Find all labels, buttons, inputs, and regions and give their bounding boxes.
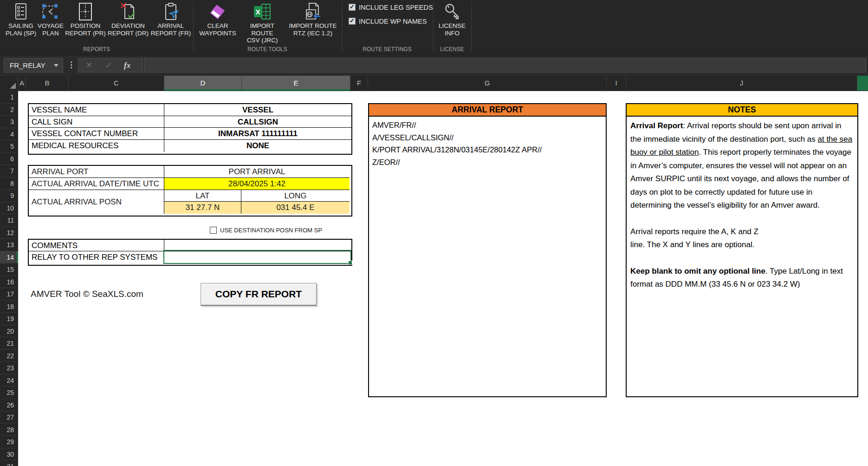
row-header-24[interactable]: 24 [0, 374, 18, 387]
voyage-plan-icon [40, 2, 61, 21]
sailing-plan-button[interactable]: SAILINGPLAN (SP) [5, 2, 37, 44]
notes-text: Arrival Report: Arrival reports should b… [627, 117, 857, 291]
arrival-port-label: ARRIVAL PORT [29, 166, 164, 178]
arrival-posn-label: ACTUAL ARRIVAL POSN [29, 190, 164, 214]
row-header-15[interactable]: 15 [0, 263, 18, 276]
credit-text: AMVER Tool © SeaXLS.com [31, 289, 143, 299]
clear-waypoints-icon [207, 2, 228, 21]
row-header-7[interactable]: 7 [0, 165, 18, 177]
button-label: IMPORT ROUTECSV (JRC) [239, 22, 286, 44]
row-header-27[interactable]: 27 [0, 411, 18, 424]
name-box[interactable]: FR_RELAY [4, 58, 63, 72]
row-header-18[interactable]: 18 [0, 301, 18, 313]
row-header-14[interactable]: 14 [0, 251, 18, 264]
arrival-report-button[interactable]: ARRIVALREPORT (FR) [149, 2, 192, 44]
fill-handle[interactable] [348, 261, 352, 265]
cancel-icon[interactable]: ✕ [86, 59, 92, 72]
column-header-strip: ABCDEFGIJ [0, 76, 868, 92]
formula-input[interactable] [144, 58, 866, 72]
long-header-cell: LONG [241, 190, 350, 202]
vessel-table-value-1[interactable]: CALLSIGN [164, 116, 351, 128]
row-header-1[interactable]: 1 [0, 91, 18, 104]
group-label-route-tools: ROUTE TOOLS [216, 46, 318, 53]
row-header-4[interactable]: 4 [0, 128, 18, 141]
enter-icon[interactable]: ✓ [105, 59, 112, 72]
import-route-csv-button[interactable]: X IMPORT ROUTECSV (JRC) [239, 2, 286, 44]
button-label: DEVIATIONREPORT (DR) [107, 22, 149, 37]
lat-header-cell: LAT [164, 190, 241, 202]
row-header-26[interactable]: 26 [0, 399, 18, 412]
button-label: SAILINGPLAN (SP) [5, 22, 37, 37]
row-header-6[interactable]: 6 [0, 153, 18, 165]
comments-label: COMMENTS [29, 240, 164, 251]
lat-value-cell[interactable]: 31 27.7 N [164, 202, 241, 214]
row-header-2[interactable]: 2 [0, 104, 18, 116]
arrival-report-icon [161, 2, 181, 21]
notes-paragraph-2: Arrival reports require the A, K and Zli… [630, 225, 854, 252]
arrival-report-panel: ARRIVAL REPORT AMVER/FR//A/VESSEL/CALLSI… [368, 103, 607, 397]
relay-label: RELAY TO OTHER REP SYSTEMS [29, 251, 164, 263]
deviation-report-button[interactable]: DEVIATIONREPORT (DR) [107, 2, 149, 44]
row-header-9[interactable]: 9 [0, 190, 18, 202]
row-header-30[interactable]: 30 [0, 448, 18, 461]
column-header-B[interactable]: B [26, 76, 69, 91]
row-header-31[interactable]: 31 [0, 460, 18, 466]
column-header-D[interactable]: D [164, 76, 242, 91]
row-header-22[interactable]: 22 [0, 350, 18, 362]
row-header-11[interactable]: 11 [0, 214, 18, 227]
row-header-17[interactable]: 17 [0, 288, 18, 301]
row-header-28[interactable]: 28 [0, 424, 18, 436]
row-header-20[interactable]: 20 [0, 325, 18, 338]
row-header-8[interactable]: 8 [0, 177, 18, 190]
voyage-plan-button[interactable]: VOYAGEPLAN [37, 2, 64, 44]
copy-fr-report-button[interactable]: COPY FR REPORT [201, 283, 317, 306]
row-header-23[interactable]: 23 [0, 362, 18, 374]
column-header-G[interactable]: G [368, 76, 607, 91]
long-value-cell[interactable]: 031 45.4 E [241, 202, 350, 214]
insert-function-icon[interactable]: fx [124, 59, 130, 72]
vessel-table-label-0: VESSEL NAME [29, 104, 164, 116]
ribbon-separator [193, 2, 194, 51]
row-header-10[interactable]: 10 [0, 202, 18, 215]
row-header-25[interactable]: 25 [0, 387, 18, 399]
use-destination-posn-checkbox[interactable]: USE DESTINATION POSN FROM SP [210, 226, 322, 235]
position-report-button[interactable]: POSITIONREPORT (PR) [64, 2, 107, 44]
include-wp-names-checkbox[interactable]: INCLUDE WP NAMES [349, 18, 427, 25]
column-header-F[interactable]: F [350, 76, 368, 91]
button-label: POSITIONREPORT (PR) [64, 22, 107, 37]
row-header-12[interactable]: 12 [0, 227, 18, 239]
select-all-corner[interactable] [0, 76, 18, 91]
column-header-A[interactable]: A [18, 76, 26, 91]
checkbox-icon [349, 4, 356, 11]
license-info-button[interactable]: LICENSEINFO [433, 2, 471, 44]
arrival-report-text: AMVER/FR//A/VESSEL/CALLSIGN//K/PORT ARRI… [369, 117, 606, 168]
vessel-table-value-2[interactable]: INMARSAT 111111111 [164, 128, 351, 140]
clear-waypoints-button[interactable]: CLEARWAYPOINTS [197, 2, 239, 44]
row-header-19[interactable]: 19 [0, 313, 18, 325]
row-header-13[interactable]: 13 [0, 239, 18, 251]
column-header-I[interactable]: I [607, 76, 626, 91]
row-header-16[interactable]: 16 [0, 276, 18, 289]
name-box-dropdown-icon[interactable] [54, 64, 58, 67]
vessel-table-value-0[interactable]: VESSEL [164, 104, 351, 116]
ribbon-separator [342, 2, 343, 51]
group-label-route-settings: ROUTE SETTINGS [336, 46, 438, 53]
formula-bar-options-icon[interactable]: ⋮ [67, 58, 75, 72]
import-route-rtz-button[interactable]: IMPORT ROUTERTZ (IEC 1.2) [286, 2, 340, 44]
row-header-3[interactable]: 3 [0, 116, 18, 128]
vessel-table-value-3[interactable]: NONE [164, 140, 351, 152]
arrival-report-line: AMVER/FR// [372, 119, 606, 131]
row-header-29[interactable]: 29 [0, 436, 18, 448]
deviation-report-icon [118, 2, 138, 21]
include-leg-speeds-checkbox[interactable]: INCLUDE LEG SPEEDS [349, 4, 433, 11]
row-header-21[interactable]: 21 [0, 337, 18, 350]
arrival-report-line: K/PORT ARRIVAL/3128N/03145E/280142Z APR/… [372, 144, 606, 156]
column-header-J[interactable]: J [626, 76, 857, 91]
row-header-5[interactable]: 5 [0, 140, 18, 153]
group-label-license: LICENSE [424, 46, 480, 53]
checkbox-label: USE DESTINATION POSN FROM SP [220, 227, 322, 234]
column-header-E[interactable]: E [242, 76, 350, 91]
arrival-datetime-value-cell[interactable]: 28/04/2025 1:42 [164, 178, 350, 190]
column-header-C[interactable]: C [69, 76, 164, 91]
arrival-port-value-cell[interactable]: PORT ARRIVAL [164, 166, 350, 178]
